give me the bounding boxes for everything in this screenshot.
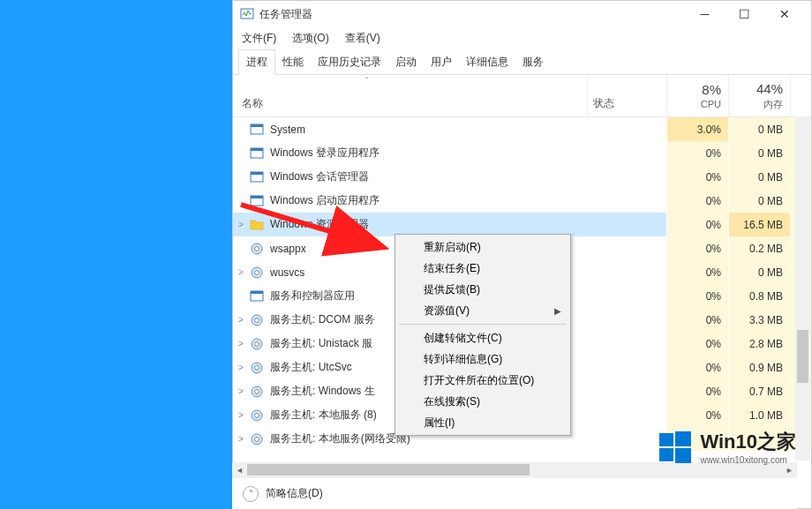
process-cpu: 0% (666, 379, 728, 403)
table-row[interactable]: Windows 会话管理器0%0 MB0 (233, 165, 811, 189)
process-name: Windows 会话管理器 (270, 169, 587, 184)
process-name: Windows 启动应用程序 (270, 193, 587, 208)
process-cpu: 0% (666, 165, 728, 189)
process-name: System (270, 124, 587, 136)
menu-go-details[interactable]: 转到详细信息(G) (397, 348, 568, 370)
close-button[interactable]: ✕ (764, 1, 804, 27)
collapse-chevron-icon[interactable]: ˄ (243, 486, 259, 502)
tab-services[interactable]: 服务 (515, 50, 551, 74)
menu-file[interactable]: 文件(F) (238, 29, 280, 48)
expand-toggle-icon[interactable]: > (233, 434, 249, 444)
table-row[interactable]: >Windows 资源管理器0%16.5 MB0 (233, 213, 811, 236)
svg-point-18 (255, 341, 259, 346)
minimize-button[interactable]: ─ (685, 1, 725, 27)
svg-point-20 (255, 365, 259, 370)
process-name: Windows 登录应用程序 (270, 146, 587, 161)
svg-rect-14 (251, 291, 263, 294)
process-memory: 16.5 MB (728, 213, 790, 236)
process-cpu: 0% (666, 236, 728, 260)
menu-resource-values[interactable]: 资源值(V)▶ (397, 300, 568, 321)
svg-rect-29 (675, 431, 691, 446)
process-cpu: 0% (666, 284, 728, 308)
process-icon (249, 408, 265, 423)
expand-toggle-icon[interactable]: > (233, 363, 249, 372)
tab-app-history[interactable]: 应用历史记录 (311, 50, 388, 74)
svg-rect-8 (251, 196, 263, 198)
app-icon (240, 7, 254, 21)
svg-point-10 (255, 246, 259, 251)
menu-bar: 文件(F) 选项(O) 查看(V) (233, 27, 811, 49)
column-memory[interactable]: 44% 内存 (728, 75, 790, 116)
column-name[interactable]: ˇ 名称 (233, 75, 587, 116)
svg-rect-2 (251, 124, 263, 127)
process-memory: 0 MB (728, 165, 790, 189)
menu-search-online[interactable]: 在线搜索(S) (397, 391, 568, 412)
process-icon (249, 146, 265, 161)
column-status[interactable]: 状态 (587, 75, 666, 116)
menu-separator (399, 324, 567, 325)
process-memory: 0 MB (728, 260, 790, 284)
process-icon (249, 123, 265, 137)
column-headers: ˇ 名称 状态 8% CPU 44% 内存 (233, 75, 811, 117)
expand-toggle-icon[interactable]: > (233, 339, 249, 348)
process-memory: 3.3 MB (728, 308, 790, 332)
process-cpu: 0% (666, 356, 728, 379)
process-icon (249, 361, 265, 375)
menu-end-task[interactable]: 结束任务(E) (397, 258, 568, 279)
brief-info-button[interactable]: 简略信息(D) (266, 486, 323, 501)
maximize-button[interactable]: ☐ (725, 1, 764, 27)
title-bar[interactable]: 任务管理器 ─ ☐ ✕ (233, 1, 811, 27)
process-cpu: 0% (666, 332, 728, 356)
process-icon (249, 170, 265, 184)
tab-processes[interactable]: 进程 (238, 49, 275, 75)
horizontal-scroll-thumb[interactable] (247, 464, 530, 475)
process-icon (249, 313, 265, 327)
table-row[interactable]: Windows 登录应用程序0%0 MB0 (233, 141, 811, 165)
sort-indicator-icon: ˇ (365, 77, 368, 86)
table-row[interactable]: System3.0%0 MB0 (233, 117, 811, 141)
menu-properties[interactable]: 属性(I) (397, 412, 568, 433)
menu-view[interactable]: 查看(V) (342, 29, 384, 48)
process-cpu: 0% (666, 189, 728, 213)
column-overflow[interactable] (790, 75, 811, 116)
process-memory: 0 MB (728, 141, 790, 165)
svg-point-22 (255, 389, 259, 393)
menu-create-dump[interactable]: 创建转储文件(C) (397, 327, 568, 348)
process-memory: 0.2 MB (728, 236, 790, 260)
tab-users[interactable]: 用户 (424, 50, 459, 74)
process-name: Windows 资源管理器 (270, 217, 587, 232)
process-icon (249, 385, 265, 399)
expand-toggle-icon[interactable]: > (233, 267, 249, 277)
vertical-scrollbar[interactable] (795, 116, 810, 460)
process-memory: 0.8 MB (728, 284, 790, 308)
svg-rect-30 (659, 448, 673, 461)
menu-feedback[interactable]: 提供反馈(B) (397, 279, 568, 300)
window-title: 任务管理器 (259, 7, 685, 22)
watermark-url: www.win10xitong.com (700, 455, 796, 465)
svg-point-24 (255, 413, 259, 417)
menu-options[interactable]: 选项(O) (289, 29, 332, 48)
tab-details[interactable]: 详细信息 (459, 50, 515, 74)
process-cpu: 0% (666, 308, 728, 332)
table-row[interactable]: Windows 启动应用程序0%0 MB0 (233, 189, 811, 213)
process-cpu: 0% (666, 403, 728, 427)
expand-toggle-icon[interactable]: > (233, 386, 249, 396)
expand-toggle-icon[interactable]: > (233, 315, 249, 325)
menu-restart[interactable]: 重新启动(R) (397, 236, 568, 258)
scroll-left-icon[interactable]: ◄ (232, 462, 247, 477)
process-cpu: 0% (666, 141, 728, 165)
svg-point-12 (255, 270, 259, 274)
windows-logo-icon (658, 430, 693, 465)
menu-open-location[interactable]: 打开文件所在的位置(O) (397, 370, 568, 391)
column-cpu[interactable]: 8% CPU (666, 75, 728, 116)
tab-startup[interactable]: 启动 (388, 50, 424, 74)
expand-toggle-icon[interactable]: > (233, 220, 249, 229)
tab-performance[interactable]: 性能 (275, 50, 311, 74)
process-cpu: 0% (666, 260, 728, 284)
expand-toggle-icon[interactable]: > (233, 410, 249, 420)
process-memory: 0 MB (728, 189, 790, 213)
context-menu: 重新启动(R) 结束任务(E) 提供反馈(B) 资源值(V)▶ 创建转储文件(C… (395, 234, 571, 436)
process-memory: 0 MB (728, 117, 790, 141)
process-cpu: 3.0% (666, 117, 728, 141)
vertical-scroll-thumb[interactable] (797, 330, 808, 383)
